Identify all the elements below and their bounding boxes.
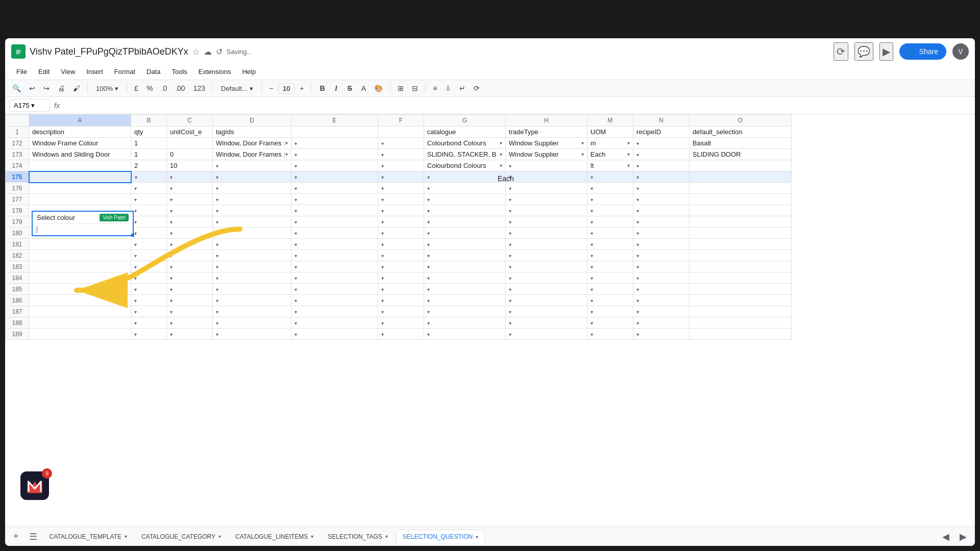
cell-176-f[interactable]: ▾ <box>378 183 424 194</box>
cell-reference-box[interactable]: A175 ▾ <box>9 99 50 112</box>
align-button[interactable]: ≡ <box>430 82 440 94</box>
currency-button[interactable]: £ <box>131 82 141 94</box>
cell-172-h[interactable]: Window Supplier ▾ <box>505 138 587 149</box>
fill-handle[interactable] <box>131 234 134 237</box>
header-tradetype[interactable]: tradeType <box>505 127 587 138</box>
m-icon[interactable]: 9 <box>20 471 49 500</box>
cell-173-h[interactable]: Window Supplier ▾ <box>505 149 587 160</box>
cell-174-n[interactable]: ▾ <box>633 160 689 171</box>
cell-175-b[interactable]: ▾ <box>131 171 167 183</box>
cell-174-h[interactable]: ▾ <box>505 160 587 171</box>
history-icon[interactable]: ⟳ <box>834 42 848 61</box>
print-button[interactable]: 🖨 <box>55 82 68 94</box>
menu-data[interactable]: Data <box>141 65 165 79</box>
cell-175-g[interactable]: ▾ <box>424 171 505 183</box>
menu-insert[interactable]: Insert <box>81 65 108 79</box>
cell-176-n[interactable]: ▾ <box>633 183 689 194</box>
valign-button[interactable]: ⇩ <box>442 82 454 94</box>
user-avatar[interactable]: V <box>952 43 969 60</box>
bold-button[interactable]: B <box>315 82 329 94</box>
menu-extensions[interactable]: Extensions <box>193 65 236 79</box>
header-description[interactable]: description <box>29 127 131 138</box>
cell-176-g[interactable]: ▾ <box>424 183 505 194</box>
cell-172-n[interactable]: ▾ <box>633 138 689 149</box>
header-uom[interactable]: UOM <box>587 127 633 138</box>
cell-173-a[interactable]: Windows and Sliding Door <box>29 149 131 160</box>
cell-176-h[interactable]: ▾ <box>505 183 587 194</box>
scroll-area[interactable]: A B C D E F G H M N O <box>5 114 975 527</box>
cell-172-a[interactable]: Window Frame Colour <box>29 138 131 149</box>
cell-174-a[interactable] <box>29 160 131 171</box>
cell-172-o[interactable]: Basalt <box>689 138 791 149</box>
cell-176-b[interactable]: ▾ <box>131 183 167 194</box>
cell-174-o[interactable] <box>689 160 791 171</box>
tab-catalogue-category[interactable]: CATALOGUE_CATEGORY ▾ <box>135 530 227 543</box>
cell-172-d[interactable]: Window, Door Frames : ▾ <box>213 138 291 149</box>
tab-selection-tags[interactable]: SELECTION_TAGS ▾ <box>322 530 394 543</box>
header-tagids[interactable]: tagIds <box>213 127 291 138</box>
cell-174-f[interactable]: ▾ <box>378 160 424 171</box>
cell-173-g[interactable]: SLIDING, STACKER, B ▾ <box>424 149 505 160</box>
cell-174-b[interactable]: 2 <box>131 160 167 171</box>
cell-175-h[interactable]: ▾ <box>505 171 587 183</box>
undo-button[interactable]: ↩ <box>26 82 38 94</box>
menu-help[interactable]: Help <box>237 65 261 79</box>
sheets-menu-button[interactable]: ☰ <box>25 529 41 544</box>
font-size-box[interactable]: 10 <box>278 83 295 94</box>
cell-175-n[interactable]: ▾ <box>633 171 689 183</box>
cell-173-f[interactable]: ▾ <box>378 149 424 160</box>
header-catalogue[interactable]: catalogue <box>424 127 505 138</box>
edit-box-input-row[interactable] <box>33 224 133 235</box>
format-123-button[interactable]: 123 <box>190 82 208 94</box>
cell-176-d[interactable]: ▾ <box>213 183 291 194</box>
header-empty-e[interactable] <box>291 127 378 138</box>
text-color-button[interactable]: A <box>358 82 369 94</box>
menu-edit[interactable]: Edit <box>33 65 55 79</box>
cell-176-e[interactable]: ▾ <box>291 183 378 194</box>
menu-view[interactable]: View <box>56 65 80 79</box>
menu-format[interactable]: Format <box>109 65 140 79</box>
merge-button[interactable]: ⊟ <box>409 82 421 94</box>
decimal-decrease-button[interactable]: .0 <box>158 82 170 94</box>
cell-172-f[interactable]: ▾ <box>378 138 424 149</box>
menu-tools[interactable]: Tools <box>166 65 192 79</box>
decimal-increase-button[interactable]: .00 <box>172 82 188 94</box>
rotate-button[interactable]: ⟳ <box>471 82 483 94</box>
cell-174-d[interactable]: ▾ <box>213 160 291 171</box>
zoom-dropdown[interactable]: 100% ▾ <box>92 83 122 94</box>
cell-174-e[interactable]: ▾ <box>291 160 378 171</box>
cell-175-o[interactable] <box>689 171 791 183</box>
tab-prev-button[interactable]: ◀ <box>938 529 953 544</box>
percent-button[interactable]: % <box>143 82 156 94</box>
header-unitcost[interactable]: unitCost_e <box>167 127 213 138</box>
cell-173-c[interactable]: 0 <box>167 149 213 160</box>
cell-175-m[interactable]: ▾ <box>587 171 633 183</box>
cell-175-c[interactable]: ▾ <box>167 171 213 183</box>
redo-button[interactable]: ↪ <box>40 82 53 94</box>
cell-173-o[interactable]: SLIDING DOOR <box>689 149 791 160</box>
cell-172-b[interactable]: 1 <box>131 138 167 149</box>
cell-173-e[interactable]: ▾ <box>291 149 378 160</box>
cell-edit-popup[interactable]: Select colour Vish Patel <box>32 211 134 236</box>
paint-format-button[interactable]: 🖌 <box>70 82 83 94</box>
tab-next-button[interactable]: ▶ <box>955 529 971 544</box>
highlight-button[interactable]: 🎨 <box>371 82 386 94</box>
cell-173-b[interactable]: 1 <box>131 149 167 160</box>
cell-175-a[interactable] <box>29 171 131 183</box>
cell-174-m[interactable]: lt ▾ <box>587 160 633 171</box>
font-increase-button[interactable]: + <box>297 82 307 94</box>
cell-175-f[interactable]: ▾ <box>378 171 424 183</box>
cell-173-m[interactable]: Each ▾ <box>587 149 633 160</box>
cell-175-e[interactable]: ▾ <box>291 171 378 183</box>
cloud-icon[interactable]: ☁ <box>204 47 212 57</box>
font-family-dropdown[interactable]: Default... ▾ <box>217 83 257 94</box>
font-decrease-button[interactable]: − <box>266 82 276 94</box>
cell-175-d[interactable]: ▾ <box>213 171 291 183</box>
tab-catalogue-template[interactable]: CATALOGUE_TEMPLATE ▾ <box>43 530 133 543</box>
menu-file[interactable]: File <box>11 65 32 79</box>
cell-173-d[interactable]: Window, Door Frames : ▾ <box>213 149 291 160</box>
sync-icon[interactable]: ↺ <box>216 47 223 57</box>
header-empty-f[interactable] <box>378 127 424 138</box>
cell-174-c[interactable]: 10 <box>167 160 213 171</box>
star-icon[interactable]: ☆ <box>192 47 200 57</box>
